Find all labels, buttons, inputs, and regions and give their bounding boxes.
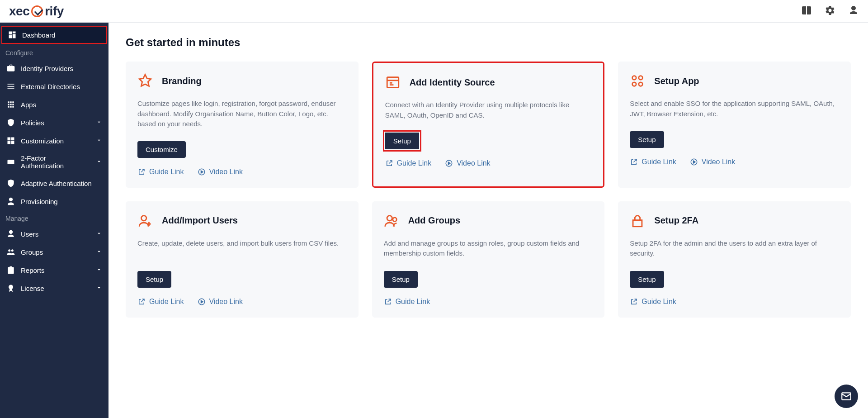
sidebar-item-apps[interactable]: Apps [0,95,108,114]
page-title: Get started in minutes [126,36,851,49]
link-text: Video Link [702,158,735,166]
link-text: Guide Link [149,298,184,306]
shield-check-icon [6,179,15,188]
external-link-icon [385,159,393,167]
svg-rect-3 [387,77,399,88]
play-circle-icon [198,298,206,306]
gear-icon[interactable] [825,5,835,18]
svg-point-1 [9,285,13,290]
link-text: Guide Link [149,168,184,176]
link-text: Guide Link [642,158,676,166]
guide-link[interactable]: Guide Link [137,298,184,306]
setup-button[interactable]: Setup [630,131,664,148]
sidebar-item-license[interactable]: License [0,279,108,297]
sidebar-label: Apps [21,101,36,109]
chevron-down-icon [96,137,102,145]
mail-icon [840,390,852,402]
svg-point-7 [632,82,637,86]
chevron-down-icon [96,119,102,127]
svg-rect-0 [8,160,14,164]
sidebar-item-adaptive-auth[interactable]: Adaptive Authentication [0,174,108,192]
card-title: Add Groups [408,215,461,226]
svg-point-5 [632,76,637,80]
briefcase-icon [6,64,15,73]
clipboard-icon [6,266,15,275]
external-link-icon [630,298,638,306]
customize-button[interactable]: Customize [137,141,186,158]
apps-icon [630,73,645,89]
chevron-down-icon [96,285,102,292]
sidebar-item-reports[interactable]: Reports [0,261,108,279]
sidebar-item-identity-providers[interactable]: Identity Providers [0,59,108,77]
identity-icon [385,75,401,90]
shield-icon [6,118,15,127]
sidebar-label: License [21,285,44,292]
star-icon [137,73,153,89]
number-icon [6,157,15,166]
sidebar-item-external-directories[interactable]: External Directories [0,77,108,95]
header: xec rify [0,0,868,23]
sidebar-item-customization[interactable]: Customization [0,132,108,150]
play-circle-icon [445,159,453,167]
card-title: Add Identity Source [410,77,495,88]
setup-button[interactable]: Setup [385,133,419,149]
sidebar-label: Adaptive Authentication [21,180,92,187]
card-title: Setup 2FA [654,215,698,226]
video-link[interactable]: Video Link [445,159,490,167]
setup-button[interactable]: Setup [630,271,664,288]
sidebar-label: Users [21,230,38,238]
svg-point-8 [639,82,643,86]
lock-icon [630,213,645,228]
guide-link[interactable]: Guide Link [384,298,430,306]
sidebar-item-policies[interactable]: Policies [0,114,108,132]
card-setup-app: Setup App Select and enable SSO for the … [618,62,851,188]
link-text: Guide Link [642,298,676,306]
chat-fab[interactable] [835,385,858,408]
apps-grid-icon [6,100,15,109]
guide-link[interactable]: Guide Link [385,159,432,167]
main-content: Get started in minutes Branding Customiz… [108,23,868,418]
sidebar-item-dashboard[interactable]: Dashboard [1,26,107,44]
book-icon[interactable] [801,5,812,18]
sidebar-label: Provisioning [21,198,58,205]
sidebar-item-groups[interactable]: Groups [0,243,108,261]
video-link[interactable]: Video Link [198,298,243,306]
svg-point-10 [142,215,146,220]
sidebar-item-users[interactable]: Users [0,225,108,243]
svg-point-6 [639,76,643,80]
user-icon [6,229,15,238]
video-link[interactable]: Video Link [198,168,243,176]
list-icon [6,82,15,91]
card-description: Add and manage groups to assign roles, g… [384,238,593,259]
guide-link[interactable]: Guide Link [137,168,184,176]
chevron-down-icon [96,158,102,166]
link-text: Guide Link [396,298,430,306]
sidebar-section-manage: Manage [0,210,108,225]
card-branding: Branding Customize pages like login, reg… [126,62,359,188]
sidebar-item-two-factor[interactable]: 2-Factor Authentication [0,150,108,174]
card-add-import-users: Add/Import Users Create, update, delete … [126,201,359,318]
setup-button[interactable]: Setup [384,271,418,288]
users-icon [384,213,399,228]
sidebar-item-provisioning[interactable]: Provisioning [0,192,108,210]
sidebar: Dashboard Configure Identity Providers E… [0,23,108,418]
svg-rect-14 [633,220,642,226]
logo-text-post: rify [45,4,64,19]
play-circle-icon [690,158,698,166]
sidebar-label: Groups [21,248,43,256]
link-text: Video Link [457,159,490,167]
provisioning-icon [6,197,15,206]
group-icon [6,247,15,256]
video-link[interactable]: Video Link [690,158,735,166]
chevron-down-icon [96,266,102,274]
chevron-down-icon [96,248,102,256]
dashboard-icon [8,30,17,39]
sidebar-label: 2-Factor Authentication [21,154,90,170]
sidebar-label: External Directories [21,83,80,90]
logo[interactable]: xec rify [9,4,64,19]
user-icon[interactable] [848,5,859,18]
guide-link[interactable]: Guide Link [630,298,676,306]
guide-link[interactable]: Guide Link [630,158,676,166]
card-description: Select and enable SSO for the applicatio… [630,99,839,119]
setup-button[interactable]: Setup [137,271,171,288]
